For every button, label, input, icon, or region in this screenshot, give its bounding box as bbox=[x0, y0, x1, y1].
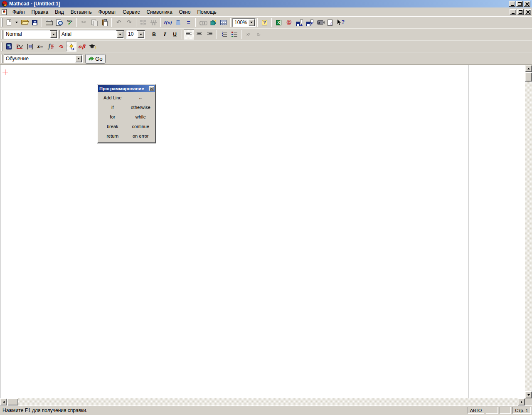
align-center-button[interactable] bbox=[194, 30, 204, 40]
prog-while-button[interactable]: while bbox=[127, 113, 155, 121]
palette-close-button[interactable] bbox=[149, 86, 154, 91]
prog-on-error-button[interactable]: on error bbox=[127, 132, 155, 140]
prog-continue-button[interactable]: continue bbox=[127, 122, 155, 130]
prog-otherwise-button[interactable]: otherwise bbox=[127, 103, 155, 111]
programming-palette-button[interactable] bbox=[66, 42, 76, 52]
context-help-button[interactable]: ? bbox=[336, 17, 346, 27]
font-dropdown-button[interactable] bbox=[117, 31, 123, 38]
matrix-palette-button[interactable] bbox=[25, 42, 35, 52]
minimize-button[interactable] bbox=[509, 1, 515, 7]
hyperlink-chain-icon bbox=[200, 20, 206, 25]
bullet-list-button[interactable] bbox=[219, 30, 229, 40]
align-regions-across-icon bbox=[140, 20, 146, 25]
toolbar-grip[interactable] bbox=[1, 54, 2, 63]
align-right-button[interactable] bbox=[204, 30, 215, 40]
save-site-upload-button[interactable] bbox=[294, 17, 305, 27]
scroll-right-button[interactable] bbox=[518, 398, 525, 405]
close-button[interactable] bbox=[524, 1, 530, 7]
scroll-up-button[interactable] bbox=[525, 65, 532, 72]
menu-file[interactable]: Файл bbox=[9, 8, 28, 16]
toolbar-grip[interactable] bbox=[1, 30, 2, 39]
greek-palette-button[interactable]: αβ bbox=[76, 42, 87, 52]
menu-insert[interactable]: Вставить bbox=[67, 8, 95, 16]
menu-tools[interactable]: Сервис bbox=[119, 8, 143, 16]
animation-button[interactable] bbox=[315, 17, 325, 27]
zoom-dropdown-button[interactable] bbox=[248, 19, 255, 26]
symbolic-palette-button[interactable] bbox=[87, 42, 97, 52]
new-dropdown-button[interactable] bbox=[14, 17, 19, 27]
wizard-button[interactable]: ☾ bbox=[325, 17, 336, 27]
prog-if-button[interactable]: if bbox=[99, 103, 127, 111]
excel-component-button[interactable]: X bbox=[273, 17, 284, 27]
menu-format[interactable]: Формат bbox=[95, 8, 120, 16]
menu-view[interactable]: Вид bbox=[52, 8, 67, 16]
status-bar: Нажмите F1 для получения справки. АВТО С… bbox=[0, 405, 532, 415]
child-restore-button[interactable] bbox=[517, 9, 524, 15]
toolbar-grip[interactable] bbox=[1, 42, 2, 51]
boolean-palette-button[interactable]: <≥ bbox=[56, 42, 66, 52]
go-button[interactable]: Go bbox=[85, 54, 106, 64]
programming-palette-window[interactable]: Программирование Add Line ← if otherwise… bbox=[97, 84, 156, 143]
vertical-scrollbar[interactable] bbox=[525, 65, 532, 398]
font-size-combo[interactable]: 10 bbox=[126, 30, 145, 39]
font-combo[interactable]: Arial bbox=[59, 30, 124, 39]
scroll-down-button[interactable] bbox=[525, 391, 532, 398]
style-value: Normal bbox=[4, 30, 50, 38]
prog-return-button[interactable]: return bbox=[99, 132, 127, 140]
resources-combo[interactable]: Обучение bbox=[4, 54, 83, 63]
bold-button[interactable]: B bbox=[149, 30, 159, 40]
graph-palette-button[interactable] bbox=[14, 42, 25, 52]
prog-break-button[interactable]: break bbox=[99, 122, 127, 130]
menu-help[interactable]: Помощь bbox=[194, 8, 219, 16]
underline-button[interactable]: U bbox=[170, 30, 180, 40]
document-system-icon[interactable] bbox=[2, 9, 7, 15]
calculate-button[interactable]: = bbox=[183, 17, 194, 27]
insert-component-button[interactable] bbox=[208, 17, 218, 27]
menu-edit[interactable]: Правка bbox=[28, 8, 52, 16]
zoom-combo[interactable]: 100% bbox=[232, 18, 256, 27]
child-minimize-button[interactable] bbox=[510, 9, 516, 15]
vertical-scroll-thumb[interactable] bbox=[525, 72, 532, 82]
evaluation-palette-button[interactable]: x= bbox=[35, 42, 45, 52]
mathcad-logo-icon[interactable] bbox=[2, 1, 7, 7]
spell-check-button[interactable]: ABC ✓ bbox=[64, 17, 75, 27]
save-button[interactable] bbox=[30, 17, 40, 27]
new-button[interactable] bbox=[4, 17, 14, 27]
font-size-dropdown-button[interactable] bbox=[138, 31, 144, 38]
child-close-button[interactable] bbox=[525, 9, 531, 15]
menu-symbolics[interactable]: Символика bbox=[143, 8, 175, 16]
style-dropdown-button[interactable] bbox=[50, 31, 57, 38]
restore-button[interactable] bbox=[516, 1, 523, 7]
scroll-left-button[interactable] bbox=[0, 398, 7, 405]
align-left-button[interactable] bbox=[184, 30, 194, 40]
prog-add-line-button[interactable]: Add Line bbox=[99, 94, 127, 101]
font-value: Arial bbox=[60, 30, 116, 38]
horizontal-scroll-thumb[interactable] bbox=[7, 398, 18, 405]
resources-dropdown-button[interactable] bbox=[75, 55, 82, 62]
italic-icon: I bbox=[163, 32, 166, 37]
save-site-download-button[interactable] bbox=[305, 17, 315, 27]
menu-window[interactable]: Окно bbox=[176, 8, 194, 16]
calculus-palette-button[interactable]: ∫ dy dx bbox=[45, 42, 56, 52]
print-preview-button[interactable] bbox=[54, 17, 64, 27]
palette-title-bar[interactable]: Программирование bbox=[98, 85, 155, 92]
collaboratory-button[interactable]: @ bbox=[284, 17, 294, 27]
insert-function-button[interactable]: f(x) bbox=[163, 17, 173, 27]
insert-table-button[interactable] bbox=[218, 17, 229, 27]
calculator-palette-button[interactable] bbox=[4, 42, 14, 52]
horizontal-scrollbar[interactable] bbox=[0, 398, 525, 405]
page-margin-line bbox=[235, 65, 235, 398]
help-button[interactable]: ? bbox=[259, 17, 270, 27]
italic-button[interactable]: I bbox=[159, 30, 170, 40]
numbered-list-button[interactable] bbox=[229, 30, 239, 40]
wizard-icon: ☾ bbox=[328, 20, 334, 26]
style-combo[interactable]: Normal bbox=[4, 30, 58, 39]
insert-unit-button[interactable] bbox=[173, 17, 183, 27]
open-button[interactable] bbox=[19, 17, 30, 27]
worksheet[interactable]: Программирование Add Line ← if otherwise… bbox=[0, 65, 525, 398]
print-button[interactable] bbox=[44, 17, 54, 27]
prog-local-assign-button[interactable]: ← bbox=[127, 94, 155, 101]
paste-button[interactable] bbox=[99, 17, 110, 27]
toolbar-grip[interactable] bbox=[1, 18, 2, 27]
prog-for-button[interactable]: for bbox=[99, 113, 127, 121]
